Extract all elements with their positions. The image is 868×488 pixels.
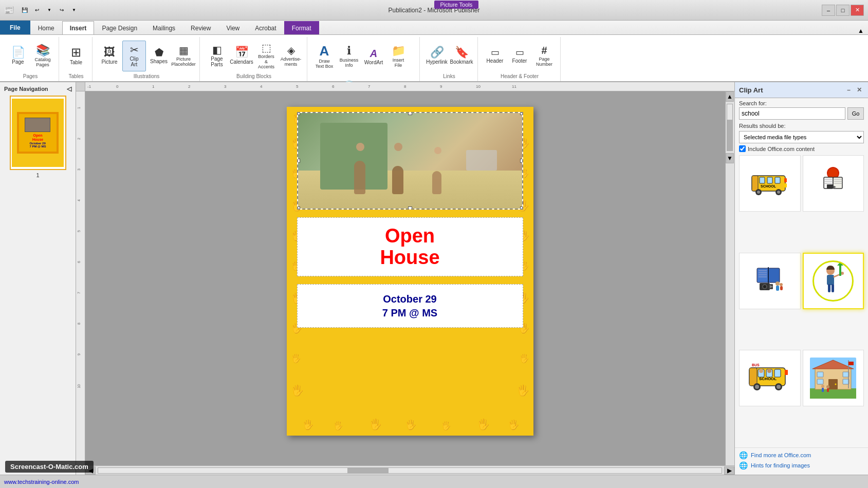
page-nav-collapse-icon[interactable]: ◁ <box>67 85 71 92</box>
scroll-thumb-h[interactable] <box>347 468 389 473</box>
go-button[interactable]: Go <box>847 107 864 120</box>
picture-placeholder-button[interactable]: ▦ PicturePlaceholder <box>172 41 195 71</box>
borders-accents-button[interactable]: ⬚ Borders &Accents <box>254 40 278 72</box>
handle-bottom-middle[interactable] <box>408 207 412 210</box>
pages-group-label: Pages <box>23 73 38 80</box>
tab-home[interactable]: Home <box>30 21 62 34</box>
clipart-item-book-video[interactable] <box>739 253 801 309</box>
title-bar: 📰 💾 ↩ ▼ ↪ ▼ Publication2 - Microsoft Pub… <box>0 0 868 21</box>
clipart-item-school-bus-2[interactable]: SCHOOL BUS <box>739 350 801 406</box>
clipart-item-teacher[interactable] <box>803 253 864 309</box>
handprint-decor: 🖐 <box>508 419 519 430</box>
redo-button[interactable]: ↪ <box>57 5 67 15</box>
include-office-checkbox[interactable] <box>739 145 746 152</box>
table-icon: ⊞ <box>71 46 81 59</box>
save-button[interactable]: 💾 <box>20 5 30 15</box>
maximize-button[interactable]: □ <box>836 5 849 16</box>
customize-qa[interactable]: ▼ <box>69 5 79 15</box>
draw-text-box-button[interactable]: A DrawText Box <box>312 38 336 75</box>
clipart-item-school-building[interactable] <box>803 350 864 406</box>
close-button[interactable]: ✕ <box>851 5 864 16</box>
tab-view[interactable]: View <box>218 21 247 34</box>
header-button[interactable]: ▭ Header <box>483 41 507 71</box>
handle-bottom-right[interactable] <box>520 207 523 210</box>
date-info-box[interactable]: October 29 7 PM @ MS <box>297 284 523 328</box>
page-nav-title: Page Navigation <box>4 86 48 92</box>
window-controls[interactable]: – □ ✕ <box>822 5 864 16</box>
bookmark-button[interactable]: 🔖 Bookmark <box>450 41 473 71</box>
business-info-button[interactable]: ℹ BusinessInfo <box>337 41 361 72</box>
hints-link[interactable]: 🌐 Hints for finding images <box>739 461 864 470</box>
wordart-button[interactable]: A WordArt <box>362 41 385 72</box>
advertisements-button[interactable]: ◈ Advertise-ments <box>279 41 303 71</box>
svg-rect-2 <box>760 177 765 183</box>
hyperlink-button[interactable]: 🔗 Hyperlink <box>425 41 449 71</box>
page-number-button[interactable]: # PageNumber <box>532 41 556 71</box>
svg-rect-1 <box>752 176 758 191</box>
handle-top-right[interactable] <box>520 112 523 115</box>
scroll-track-h[interactable] <box>98 467 722 474</box>
scroll-thumb-v[interactable] <box>727 120 732 151</box>
building-blocks-group-label: Building Blocks <box>236 73 271 80</box>
clip-art-button[interactable]: ✂ ClipArt <box>122 41 146 71</box>
page-thumbnail-1[interactable]: OpenHouse October 297 PM @ MS <box>10 96 66 170</box>
scroll-up-button[interactable]: ▲ <box>726 91 734 102</box>
page-button[interactable]: 📄 Page <box>6 41 30 71</box>
scroll-down-button[interactable]: ▼ <box>726 153 734 163</box>
search-input[interactable] <box>739 107 845 120</box>
undo-dropdown[interactable]: ▼ <box>44 5 54 15</box>
tab-review[interactable]: Review <box>183 21 218 34</box>
tab-insert[interactable]: Insert <box>62 21 95 34</box>
canvas-scroll[interactable]: 🖐 🖐 🖐 🖐 🖐 🖐 🖐 🖐 🖐 🖐 🖐 🖐 🖐 🖐 🖐 <box>85 91 734 460</box>
minimize-button[interactable]: – <box>822 5 835 16</box>
quick-access-toolbar[interactable]: 📰 💾 ↩ ▼ ↪ ▼ <box>4 5 79 15</box>
ruler-corner <box>76 82 85 91</box>
clipart-item-school-bus[interactable]: SCHOOL <box>739 155 801 212</box>
shapes-button[interactable]: ⬟ Shapes <box>147 41 171 71</box>
handle-middle-left[interactable] <box>297 159 300 163</box>
table-label: Table <box>70 60 82 65</box>
handle-middle-right[interactable] <box>520 159 523 163</box>
publisher-page[interactable]: 🖐 🖐 🖐 🖐 🖐 🖐 🖐 🖐 🖐 🖐 🖐 🖐 🖐 🖐 🖐 <box>287 107 533 436</box>
svg-point-38 <box>780 283 783 286</box>
open-house-title-box[interactable]: Open House <box>297 217 523 276</box>
vertical-scrollbar[interactable]: ▲ ▼ <box>725 91 734 465</box>
tab-format[interactable]: Format <box>284 21 319 34</box>
include-office-checkbox-row[interactable]: Include Office.com content <box>735 144 868 153</box>
find-more-link[interactable]: 🌐 Find more at Office.com <box>739 451 864 459</box>
handle-top-middle[interactable] <box>408 112 412 115</box>
page-nav-header[interactable]: Page Navigation ◁ <box>2 84 73 93</box>
clipart-close-button[interactable]: ✕ <box>855 85 864 95</box>
tab-mailings[interactable]: Mailings <box>145 21 183 34</box>
page-parts-button[interactable]: ◧ PageParts <box>205 41 229 71</box>
tab-acrobat[interactable]: Acrobat <box>247 21 284 34</box>
undo-button[interactable]: ↩ <box>32 5 42 15</box>
clipart-minimize-button[interactable]: – <box>845 85 853 95</box>
scroll-track-v[interactable] <box>727 104 733 151</box>
scroll-right-button[interactable]: ▶ <box>724 466 734 475</box>
publisher-icon: 📰 <box>4 5 14 15</box>
date-line1: October 29 <box>383 293 436 305</box>
svg-rect-71 <box>843 379 849 384</box>
picture-button[interactable]: 🖼 Picture <box>98 41 121 71</box>
clipart-header-controls[interactable]: – ✕ <box>845 85 864 95</box>
catalog-pages-button[interactable]: 📚 CatalogPages <box>31 41 54 71</box>
handle-bottom-left[interactable] <box>297 207 300 210</box>
handle-top-left[interactable] <box>297 112 300 115</box>
media-type-dropdown[interactable]: Selected media file types <box>739 131 864 143</box>
canvas-area[interactable]: -1 0 1 2 3 4 5 6 7 8 9 10 11 1 2 3 4 5 6… <box>76 82 734 475</box>
ribbon-collapse[interactable]: ▲ <box>854 27 868 34</box>
footer-button[interactable]: ▭ Footer <box>508 41 531 71</box>
ribbon-tab-bar: File Home Insert Page Design Mailings Re… <box>0 21 868 35</box>
table-button[interactable]: ⊞ Table <box>64 41 88 71</box>
horizontal-scrollbar[interactable]: ◀ ▶ <box>85 465 734 475</box>
clipart-item-reader[interactable] <box>803 155 864 212</box>
tab-page-design[interactable]: Page Design <box>94 21 145 34</box>
tab-file[interactable]: File <box>0 20 30 34</box>
handprint-decor: 🖐 <box>441 421 451 430</box>
picture-placeholder-icon: ▦ <box>179 45 189 55</box>
insert-file-button[interactable]: 📁 InsertFile <box>386 41 410 72</box>
illustrations-group-label: Illustrations <box>134 73 160 80</box>
calendars-button[interactable]: 📅 Calendars <box>230 41 253 71</box>
photo-frame[interactable] <box>297 112 523 210</box>
